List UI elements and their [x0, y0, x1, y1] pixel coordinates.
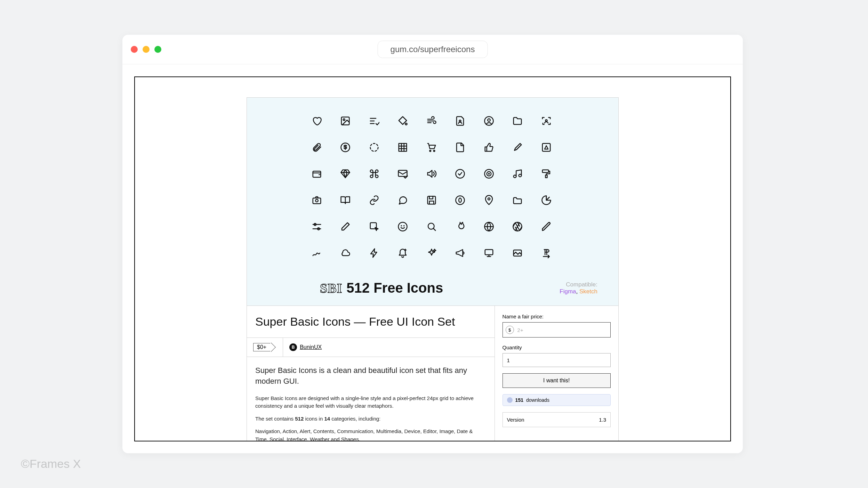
purchase-panel: Name a fair price: $ 2+ Quantity 1 I wan… [495, 306, 618, 441]
titlebar: gum.co/superfreeicons [122, 35, 743, 64]
quantity-input[interactable]: 1 [503, 353, 611, 367]
search-icon [426, 221, 437, 233]
sliders-icon [311, 221, 323, 233]
grid-icon [397, 141, 409, 153]
svg-rect-22 [545, 175, 547, 178]
page-content: SBI 512 Free Icons Compatible: Figma, Sk… [134, 76, 731, 441]
version-label: Version [507, 417, 524, 423]
compat-figma-link[interactable]: Figma [560, 288, 576, 295]
sbi-badge: SBI [320, 280, 342, 296]
minimize-window-button[interactable] [143, 46, 150, 53]
close-window-button[interactable] [131, 46, 138, 53]
brush-icon [512, 141, 523, 153]
svg-point-19 [514, 175, 516, 178]
mail-check-icon [397, 168, 409, 180]
map-pin-icon [483, 194, 495, 206]
svg-point-15 [456, 170, 465, 178]
svg-point-33 [401, 226, 402, 226]
hero-title-text: 512 Free Icons [346, 280, 443, 296]
watermark: ©Frames X [21, 457, 81, 471]
heart-icon [311, 115, 323, 127]
svg-point-24 [315, 200, 318, 202]
svg-point-10 [429, 150, 431, 152]
cursor-box-icon [368, 221, 380, 233]
version-value: 1.3 [599, 417, 606, 423]
divider [283, 338, 283, 357]
shopping-cart-icon [426, 141, 437, 153]
playlist-check-icon [368, 115, 380, 127]
save-icon [426, 194, 437, 206]
scan-user-icon [540, 115, 552, 127]
maximize-window-button[interactable] [154, 46, 161, 53]
browser-window: gum.co/superfreeicons [122, 35, 743, 453]
svg-point-20 [519, 174, 522, 177]
chat-icon [397, 194, 409, 206]
price-input[interactable]: $ 2+ [503, 322, 611, 337]
text-direction-icon [540, 247, 552, 259]
version-row: Version 1.3 [503, 412, 611, 427]
folder-alt-icon [512, 194, 523, 206]
svg-rect-21 [542, 170, 548, 173]
svg-point-26 [456, 196, 465, 205]
book-open-icon [339, 194, 351, 206]
target-icon [483, 168, 495, 180]
file-icon [454, 141, 466, 153]
thumbs-up-icon [483, 141, 495, 153]
pie-chart-icon [540, 194, 552, 206]
volume-icon [426, 168, 437, 180]
downloads-count: 151 [515, 397, 523, 403]
author-link[interactable]: B BuninUX [289, 343, 322, 351]
author-avatar: B [289, 343, 297, 351]
link-icon [368, 194, 380, 206]
url-bar[interactable]: gum.co/superfreeicons [378, 41, 488, 58]
icon-preview-grid [311, 115, 554, 259]
picture-frame-icon [540, 141, 552, 153]
buy-button[interactable]: I want this! [503, 373, 611, 388]
meta-row: $0+ B BuninUX [247, 337, 495, 357]
currency-symbol: $ [506, 326, 514, 334]
svg-point-6 [545, 120, 547, 121]
svg-rect-9 [399, 144, 407, 152]
dollar-circle-icon [339, 141, 351, 153]
command-icon [368, 168, 380, 180]
compat-label: Compatible: [560, 281, 597, 288]
svg-point-32 [399, 222, 407, 231]
svg-rect-14 [399, 170, 407, 177]
svg-rect-25 [428, 196, 436, 204]
author-name: BuninUX [300, 344, 322, 350]
product-title: Super Basic Icons — Free UI Icon Set [247, 306, 495, 337]
fire-icon [454, 221, 466, 233]
desc-p1: Super Basic Icons are designed with a si… [255, 395, 486, 410]
svg-rect-12 [542, 144, 550, 152]
svg-point-5 [488, 119, 490, 122]
paint-bucket-icon [397, 115, 409, 127]
description: Super Basic Icons is a clean and beautif… [247, 357, 495, 441]
svg-point-3 [459, 120, 461, 122]
wind-icon [426, 115, 437, 127]
svg-point-8 [370, 144, 378, 152]
edit-icon [339, 221, 351, 233]
downloads-icon [507, 397, 513, 403]
svg-point-2 [405, 123, 407, 125]
svg-point-34 [404, 226, 404, 226]
compat-sketch-link[interactable]: Sketch [579, 288, 597, 295]
music-icon [512, 168, 523, 180]
image-icon [339, 115, 351, 127]
svg-point-11 [433, 150, 435, 152]
desc-lead: Super Basic Icons is a clean and beautif… [255, 365, 486, 387]
svg-point-18 [488, 173, 489, 174]
hero-title: SBI 512 Free Icons [320, 280, 443, 296]
diamond-icon [339, 168, 351, 180]
desktop-icon [483, 247, 495, 259]
hero-section: SBI 512 Free Icons Compatible: Figma, Sk… [247, 97, 619, 306]
scribble-icon [311, 247, 323, 259]
folder-icon [512, 115, 523, 127]
wallet-icon [311, 168, 323, 180]
user-circle-icon [483, 115, 495, 127]
product-details: Super Basic Icons — Free UI Icon Set $0+… [247, 306, 619, 441]
gallery-icon [512, 247, 523, 259]
megaphone-icon [454, 247, 466, 259]
file-user-icon [454, 115, 466, 127]
paint-roller-icon [540, 168, 552, 180]
svg-point-28 [488, 198, 490, 200]
